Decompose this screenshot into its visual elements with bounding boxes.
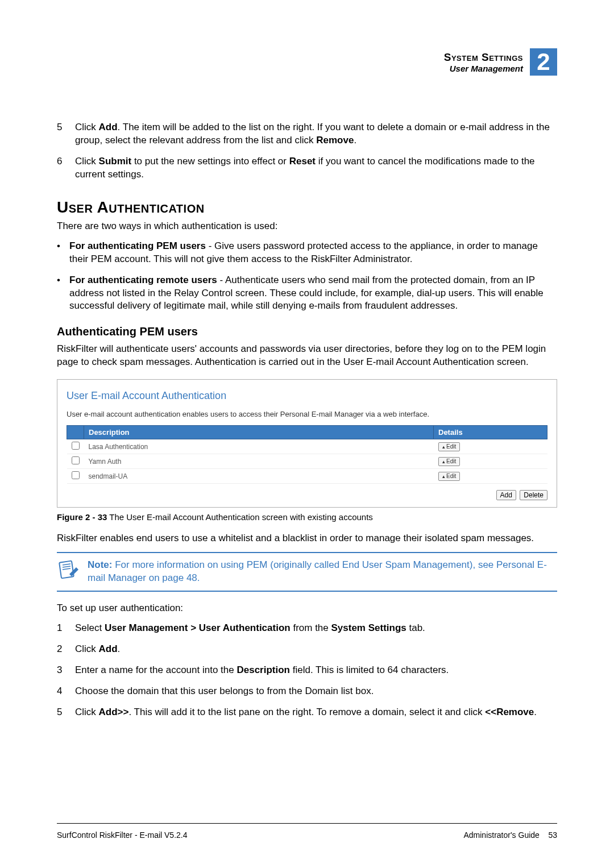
subheading-authenticating-pem-users: Authenticating PEM users xyxy=(57,325,557,338)
edit-button[interactable]: Edit xyxy=(438,472,460,481)
note-label: Note: xyxy=(88,559,112,570)
step-text: Enter a name for the account into the De… xyxy=(75,664,449,677)
page-header: System Settings User Management 2 xyxy=(57,48,557,76)
table-row: Lasa AuthenticationEdit xyxy=(67,439,547,454)
auth-bullets: •For authenticating PEM users - Give use… xyxy=(57,240,557,313)
list-item: 5Click Add>>. This will add it to the li… xyxy=(57,706,557,719)
list-item: •For authenticating remote users - Authe… xyxy=(57,274,557,313)
add-button[interactable]: Add xyxy=(496,490,516,500)
chapter-number-box: 2 xyxy=(530,48,557,76)
list-item: 3Enter a name for the account into the D… xyxy=(57,664,557,677)
bullet-dot-icon: • xyxy=(57,274,63,313)
note-text: Note: For more information on using PEM … xyxy=(88,559,557,585)
bullet-text: For authenticating remote users - Authen… xyxy=(69,274,557,313)
step-number: 1 xyxy=(57,622,67,635)
section-intro: There are two ways in which authenticati… xyxy=(57,220,557,233)
row-checkbox-cell xyxy=(67,439,84,454)
table-row: sendmail-UAEdit xyxy=(67,469,547,484)
row-details: Edit xyxy=(434,469,547,484)
step-number: 5 xyxy=(57,706,67,719)
step-text: Select User Management > User Authentica… xyxy=(75,622,425,635)
row-description: Yamn Auth xyxy=(84,454,434,469)
col-checkbox xyxy=(67,426,84,439)
preceding-steps-list: 5Click Add. The item will be added to th… xyxy=(57,121,557,181)
row-description: Lasa Authentication xyxy=(84,439,434,454)
row-checkbox-cell xyxy=(67,469,84,484)
figure-label: Figure 2 - 33 xyxy=(57,512,107,522)
section-heading-user-authentication: User Authentication xyxy=(57,198,557,217)
footer-guide-label: Administrator's Guide xyxy=(463,830,539,840)
step-text: Click Submit to put the new settings int… xyxy=(75,155,557,181)
row-details: Edit xyxy=(434,439,547,454)
figure-caption-text: The User E-mail Account Authentication s… xyxy=(107,512,372,522)
header-title: System Settings xyxy=(444,51,523,64)
setup-intro: To set up user authentication: xyxy=(57,602,557,615)
footer-product: SurfControl RiskFilter - E-mail V5.2.4 xyxy=(57,830,188,840)
step-number: 4 xyxy=(57,685,67,698)
panel-description: User e-mail account authentication enabl… xyxy=(67,410,547,418)
panel-actions: Add Delete xyxy=(67,489,547,500)
step-text: Choose the domain that this user belongs… xyxy=(75,685,374,698)
edit-button[interactable]: Edit xyxy=(438,442,460,451)
note-icon xyxy=(57,559,80,583)
step-number: 3 xyxy=(57,664,67,677)
row-checkbox-cell xyxy=(67,454,84,469)
edit-button[interactable]: Edit xyxy=(438,457,460,466)
step-text: Click Add>>. This will add it to the lis… xyxy=(75,706,537,719)
setup-steps-list: 1Select User Management > User Authentic… xyxy=(57,622,557,719)
bullet-text: For authenticating PEM users - Give user… xyxy=(69,240,557,266)
row-checkbox[interactable] xyxy=(72,456,80,464)
header-subtitle: User Management xyxy=(444,64,523,73)
col-description: Description xyxy=(84,426,434,439)
table-row: Yamn AuthEdit xyxy=(67,454,547,469)
header-text: System Settings User Management xyxy=(444,51,523,73)
note-body: For more information on using PEM (origi… xyxy=(88,559,547,583)
auth-accounts-table: Description Details Lasa AuthenticationE… xyxy=(67,425,547,484)
col-details: Details xyxy=(434,426,547,439)
list-item: •For authenticating PEM users - Give use… xyxy=(57,240,557,266)
list-item: 1Select User Management > User Authentic… xyxy=(57,622,557,635)
footer-right: Administrator's Guide 53 xyxy=(463,830,557,840)
delete-button[interactable]: Delete xyxy=(520,490,547,500)
note-block: Note: For more information on using PEM … xyxy=(57,552,557,592)
step-number: 5 xyxy=(57,121,67,147)
step-text: Click Add. The item will be added to the… xyxy=(75,121,557,147)
list-item: 2Click Add. xyxy=(57,643,557,656)
figure-caption: Figure 2 - 33 The User E-mail Account Au… xyxy=(57,512,557,522)
list-item: 6Click Submit to put the new settings in… xyxy=(57,155,557,181)
figure-panel-user-email-auth: User E-mail Account Authentication User … xyxy=(57,379,557,508)
page-footer: SurfControl RiskFilter - E-mail V5.2.4 A… xyxy=(57,823,557,840)
list-item: 4Choose the domain that this user belong… xyxy=(57,685,557,698)
row-description: sendmail-UA xyxy=(84,469,434,484)
row-checkbox[interactable] xyxy=(72,442,80,450)
step-number: 2 xyxy=(57,643,67,656)
row-details: Edit xyxy=(434,454,547,469)
panel-title: User E-mail Account Authentication xyxy=(67,390,547,402)
row-checkbox[interactable] xyxy=(72,471,80,479)
after-figure-paragraph: RiskFilter enables end users to use a wh… xyxy=(57,532,557,545)
step-number: 6 xyxy=(57,155,67,181)
footer-page-number: 53 xyxy=(548,830,557,840)
bullet-dot-icon: • xyxy=(57,240,63,266)
list-item: 5Click Add. The item will be added to th… xyxy=(57,121,557,147)
step-text: Click Add. xyxy=(75,643,120,656)
pem-intro-paragraph: RiskFilter will authenticate users' acco… xyxy=(57,343,557,369)
